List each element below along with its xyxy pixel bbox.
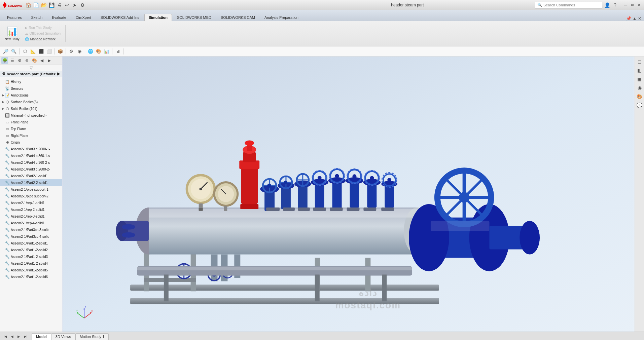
tab-dimxpert[interactable]: DimXpert bbox=[71, 14, 96, 21]
viewport[interactable]: داده mostaql.com X Y Z bbox=[62, 56, 635, 332]
nav-last-button[interactable]: ▶| bbox=[23, 334, 28, 339]
pin-icon[interactable]: 📌 bbox=[626, 16, 631, 21]
tree-item-assem-17[interactable]: 🔧 Assem2-1/Part1-2-solid3 bbox=[0, 253, 62, 260]
tree-item-assem-19[interactable]: 🔧 Assem2-1/Part1-2-solid5 bbox=[0, 267, 62, 273]
search-commands-bar[interactable]: 🔍 Search Commands bbox=[535, 2, 602, 8]
more-icon[interactable]: ⚙ bbox=[79, 2, 86, 8]
close-ribbon-icon[interactable]: ✕ bbox=[638, 16, 641, 21]
undo-icon[interactable]: ↩ bbox=[64, 2, 70, 8]
tree-item-assem-14[interactable]: 🔧 Assem2-1/Part3cc-4-solid bbox=[0, 233, 62, 240]
tree-item-assem-16[interactable]: 🔧 Assem2-1/Part1-2-solid2 bbox=[0, 247, 62, 253]
expand-ribbon-icon[interactable]: ▲ bbox=[633, 16, 637, 21]
origin-icon: ⊕ bbox=[5, 140, 10, 145]
tree-item-assem-2[interactable]: 🔧 Assem2-1/Part4 c 360-1-s bbox=[0, 152, 62, 159]
tree-item-assem-3[interactable]: 🔧 Assem2-1/Part4 c 360-2-s bbox=[0, 159, 62, 166]
sim-tool-7[interactable]: 📦 bbox=[57, 48, 64, 55]
tree-item-assem-15[interactable]: 🔧 Assem2-1/Part1-2-solid1 bbox=[0, 240, 62, 247]
rp-icon-2[interactable]: ◧ bbox=[636, 67, 643, 74]
close-button[interactable]: ✕ bbox=[636, 2, 642, 8]
tree-item-assem-6[interactable]: 🔧 Assem2-1/Part2-2-solid1 bbox=[0, 179, 62, 186]
rp-icon-4[interactable]: ◉ bbox=[636, 84, 643, 91]
open-icon[interactable]: 📂 bbox=[40, 2, 47, 8]
sim-tool-2[interactable]: 🔍 bbox=[10, 48, 17, 55]
rp-icon-6[interactable]: 💬 bbox=[636, 102, 643, 109]
home-icon[interactable]: 🏠 bbox=[25, 2, 32, 8]
sim-tool-9[interactable]: ◉ bbox=[76, 48, 83, 55]
nav-right-icon[interactable]: ▶ bbox=[46, 57, 52, 64]
tab-3d-views[interactable]: 3D Views bbox=[51, 333, 75, 340]
nav-next-button[interactable]: ▶ bbox=[16, 334, 22, 339]
sim-tool-6[interactable]: ⬜ bbox=[45, 48, 53, 55]
tab-motion-study-1[interactable]: Motion Study 1 bbox=[75, 333, 109, 340]
svg-text:Y: Y bbox=[76, 310, 78, 312]
sim-tool-5[interactable]: ⬛ bbox=[37, 48, 45, 55]
tree-item-assem-11[interactable]: 🔧 Assem2-1/rep-3-solid1 bbox=[0, 213, 62, 220]
svg-point-71 bbox=[370, 176, 374, 180]
rp-icon-5[interactable]: 🎨 bbox=[636, 93, 643, 100]
tree-item-assem-20[interactable]: 🔧 Assem2-1/Part1-2-solid6 bbox=[0, 273, 62, 280]
tree-item-right-plane[interactable]: ▭ Right Plane bbox=[0, 132, 62, 139]
tab-evaluate[interactable]: Evaluate bbox=[47, 14, 71, 21]
manage-network-button[interactable]: 🌐 Manage Network bbox=[23, 37, 63, 42]
tree-item-assem-10[interactable]: 🔧 Assem2-1/rep-2-solid1 bbox=[0, 206, 62, 213]
tree-item-solid-bodies[interactable]: ▶ ⬡ Solid Bodies(101) bbox=[0, 105, 62, 112]
svg-point-86 bbox=[520, 221, 540, 255]
tree-item-surface-bodies[interactable]: ▶ ⬡ Surface Bodies(5) bbox=[0, 99, 62, 105]
filter-area[interactable]: ▽ bbox=[0, 65, 62, 71]
tab-sw-mbd[interactable]: SOLIDWORKS MBD bbox=[173, 14, 216, 21]
tree-item-assem-13[interactable]: 🔧 Assem2-1/Part3cc-3-solid bbox=[0, 226, 62, 233]
print-icon[interactable]: 🖨 bbox=[56, 2, 63, 8]
new-icon[interactable]: 📄 bbox=[33, 2, 39, 8]
config-icon[interactable]: ⊕ bbox=[24, 57, 30, 64]
tab-analysis-prep[interactable]: Analysis Preparation bbox=[260, 14, 303, 21]
tree-item-sensors[interactable]: 📡 Sensors bbox=[0, 85, 62, 92]
nav-prev-button[interactable]: ◀ bbox=[9, 334, 15, 339]
nav-left-icon[interactable]: ◀ bbox=[38, 57, 45, 64]
tree-icon[interactable]: 🌳 bbox=[1, 57, 8, 64]
tab-sw-addins[interactable]: SOLIDWORKS Add-Ins bbox=[96, 14, 144, 21]
tree-item-origin[interactable]: ⊕ Origin bbox=[0, 139, 62, 146]
sim-tool-10[interactable]: 🌐 bbox=[87, 48, 94, 55]
new-study-button[interactable]: 📊 New Study bbox=[3, 25, 22, 42]
sim-tool-12[interactable]: 📊 bbox=[103, 48, 110, 55]
tab-sw-cam[interactable]: SOLIDWORKS CAM bbox=[216, 14, 259, 21]
svg-rect-59 bbox=[350, 182, 359, 207]
rp-icon-3[interactable]: ▣ bbox=[636, 75, 643, 83]
color-icon[interactable]: 🎨 bbox=[31, 57, 38, 64]
arrow-icon[interactable]: ➤ bbox=[71, 2, 78, 8]
tree-item-assem-5[interactable]: 🔧 Assem2-1/Part2-1-solid1 bbox=[0, 173, 62, 179]
tab-features[interactable]: Features bbox=[3, 14, 26, 21]
properties-icon[interactable]: ⚙ bbox=[16, 57, 23, 64]
tree-item-material[interactable]: 🔲 Material <not specified> bbox=[0, 112, 62, 119]
minimize-button[interactable]: — bbox=[622, 2, 629, 8]
user-icon[interactable]: 👤 bbox=[604, 2, 610, 8]
help-icon[interactable]: ? bbox=[612, 2, 618, 8]
tab-sketch[interactable]: Sketch bbox=[27, 14, 47, 21]
tree-item-assem-12[interactable]: 🔧 Assem2-1/rep-4-solid1 bbox=[0, 220, 62, 226]
nav-first-button[interactable]: |◀ bbox=[3, 334, 8, 339]
sim-tool-1[interactable]: 🔎 bbox=[2, 48, 9, 55]
sim-tool-8[interactable]: ⚙ bbox=[68, 48, 75, 55]
sim-tool-11[interactable]: 🎨 bbox=[95, 48, 102, 55]
save-icon[interactable]: 💾 bbox=[48, 2, 55, 8]
tab-model[interactable]: Model bbox=[32, 333, 51, 340]
tree-item-assem-7[interactable]: 🔧 Assem2-1/pipe support-1 bbox=[0, 186, 62, 193]
svg-text:X: X bbox=[91, 310, 93, 312]
tree-item-assem-4[interactable]: 🔧 Assem2-1/Part3 c 2600-2- bbox=[0, 166, 62, 173]
tree-item-top-plane[interactable]: ▭ Top Plane bbox=[0, 125, 62, 132]
tree-item-annotations[interactable]: ▶ 📝 Annotations bbox=[0, 92, 62, 99]
tree-item-history[interactable]: 📋 History bbox=[0, 78, 62, 85]
restore-button[interactable]: ⧉ bbox=[629, 2, 635, 8]
tab-simulation[interactable]: Simulation bbox=[144, 14, 172, 21]
sim-tool-4[interactable]: 📐 bbox=[29, 48, 37, 55]
tree-item-front-plane[interactable]: ▭ Front Plane bbox=[0, 119, 62, 125]
list-icon[interactable]: ☰ bbox=[9, 57, 15, 64]
rp-icon-1[interactable]: ◻ bbox=[636, 58, 643, 65]
sim-tool-3[interactable]: ⬡ bbox=[21, 48, 29, 55]
tree-item-assem-1[interactable]: 🔧 Assem2-1/Part3 c 2600-1- bbox=[0, 146, 62, 152]
tree-item-assem-9[interactable]: 🔧 Assem2-1/rep-1-solid1 bbox=[0, 199, 62, 206]
tree-item-assem-18[interactable]: 🔧 Assem2-1/Part1-2-solid4 bbox=[0, 260, 62, 267]
sim-tool-13[interactable]: 🖥 bbox=[114, 48, 121, 55]
tree-item-assem-8[interactable]: 🔧 Assem2-1/pipe support-2 bbox=[0, 193, 62, 199]
svg-rect-84 bbox=[431, 221, 490, 231]
